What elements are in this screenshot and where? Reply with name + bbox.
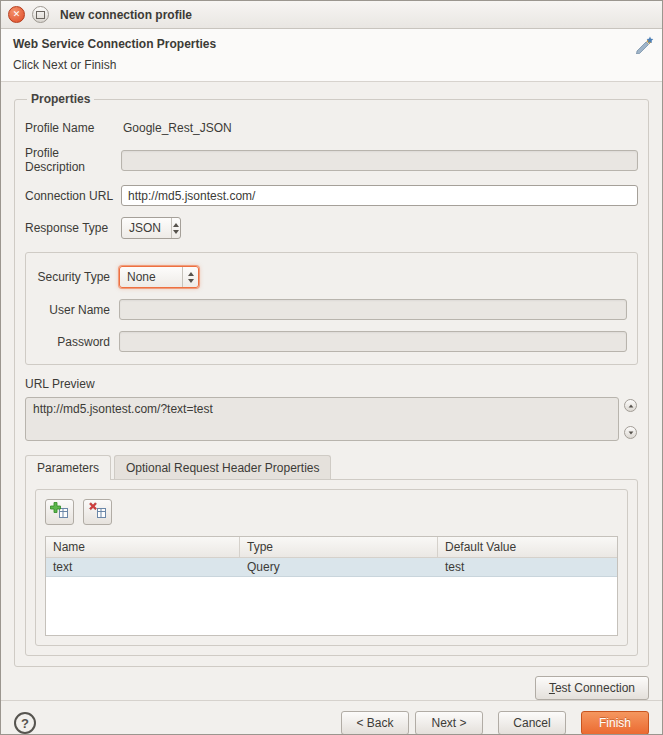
- finish-button[interactable]: Finish: [581, 711, 649, 735]
- next-button[interactable]: Next >: [415, 711, 483, 735]
- maximize-icon[interactable]: [32, 6, 49, 23]
- arrow-up-icon: [173, 223, 179, 227]
- add-parameter-button[interactable]: [45, 499, 74, 525]
- profile-name-row: Profile Name Google_Rest_JSON: [25, 121, 638, 135]
- tab-bar: Parameters Optional Request Header Prope…: [25, 455, 638, 479]
- profile-name-value: Google_Rest_JSON: [123, 121, 232, 135]
- column-header-name[interactable]: Name: [46, 537, 240, 557]
- profile-description-field: [121, 150, 638, 171]
- bottom-buttons: < Back Next > Cancel Finish: [341, 711, 649, 735]
- arrow-up-icon: [628, 404, 633, 407]
- properties-legend: Properties: [27, 92, 94, 106]
- security-type-value: None: [127, 270, 172, 284]
- back-label: < Back: [356, 716, 393, 730]
- column-header-default-value[interactable]: Default Value: [438, 537, 617, 557]
- table-header-row: Name Type Default Value: [46, 537, 617, 558]
- profile-description-row: Profile Description: [25, 146, 638, 174]
- bottom-bar: < Back Next > Cancel Finish: [1, 700, 662, 735]
- user-name-field: [119, 299, 627, 320]
- parameters-toolbar: [45, 499, 618, 525]
- column-header-type[interactable]: Type: [240, 537, 438, 557]
- url-preview-row: http://md5.jsontest.com/?text=test: [25, 397, 638, 441]
- close-icon[interactable]: [8, 6, 25, 23]
- cell-type: Query: [240, 558, 438, 576]
- security-type-label: Security Type: [36, 270, 110, 284]
- arrow-down-icon: [173, 230, 179, 234]
- url-preview-label: URL Preview: [25, 377, 638, 391]
- cell-name: text: [46, 558, 240, 576]
- back-button[interactable]: < Back: [341, 711, 409, 735]
- test-connection-label: Test Connection: [549, 681, 635, 695]
- parameters-tab-panel: Name Type Default Value text Query test: [25, 479, 638, 656]
- security-group: Security Type None User Name Password: [25, 252, 638, 365]
- page-title: Web Service Connection Properties: [13, 37, 650, 51]
- dialog-window: New connection profile Web Service Conne…: [0, 0, 663, 735]
- arrow-up-icon: [188, 272, 194, 276]
- scroll-down-button[interactable]: [624, 426, 637, 439]
- scroll-up-button[interactable]: [624, 399, 637, 412]
- cell-default-value: test: [438, 558, 617, 576]
- password-row: Password: [36, 331, 627, 352]
- test-connection-button[interactable]: Test Connection: [535, 676, 649, 700]
- help-button[interactable]: [14, 712, 36, 734]
- user-name-row: User Name: [36, 299, 627, 320]
- test-connection-row: Test Connection: [14, 667, 649, 700]
- cancel-label: Cancel: [513, 716, 550, 730]
- finish-label: Finish: [599, 716, 631, 730]
- spinner-arrows-icon[interactable]: [182, 267, 198, 287]
- dialog-content: Properties Profile Name Google_Rest_JSON…: [1, 82, 662, 700]
- connection-url-row: Connection URL: [25, 185, 638, 206]
- add-parameter-icon: [50, 502, 69, 522]
- security-type-row: Security Type None: [36, 266, 627, 288]
- spinner-arrows-icon[interactable]: [171, 218, 180, 238]
- remove-parameter-icon: [88, 502, 107, 522]
- properties-group: Properties Profile Name Google_Rest_JSON…: [14, 92, 649, 667]
- response-type-combo[interactable]: JSON: [121, 217, 181, 239]
- response-type-label: Response Type: [25, 221, 121, 235]
- wizard-header: Web Service Connection Properties Click …: [1, 29, 662, 82]
- password-field: [119, 331, 627, 352]
- arrow-down-icon: [188, 279, 194, 283]
- response-type-row: Response Type JSON: [25, 217, 638, 239]
- arrow-down-icon: [628, 431, 633, 434]
- url-preview-scrollbar: [624, 397, 638, 441]
- tab-parameters[interactable]: Parameters: [25, 455, 111, 480]
- profile-description-label: Profile Description: [25, 146, 121, 174]
- wizard-pencil-icon: [634, 36, 654, 57]
- page-subtitle: Click Next or Finish: [13, 58, 650, 72]
- table-row[interactable]: text Query test: [46, 558, 617, 577]
- user-name-label: User Name: [36, 303, 110, 317]
- password-label: Password: [36, 335, 110, 349]
- titlebar: New connection profile: [1, 1, 662, 29]
- parameters-table: Name Type Default Value text Query test: [45, 536, 618, 636]
- url-preview-box: http://md5.jsontest.com/?text=test: [25, 397, 619, 441]
- remove-parameter-button[interactable]: [83, 499, 112, 525]
- next-label: Next >: [431, 716, 466, 730]
- security-type-combo[interactable]: None: [119, 266, 199, 288]
- profile-name-label: Profile Name: [25, 121, 121, 135]
- connection-url-label: Connection URL: [25, 189, 121, 203]
- response-type-value: JSON: [129, 221, 161, 235]
- window-title: New connection profile: [60, 8, 192, 22]
- cancel-button[interactable]: Cancel: [498, 711, 566, 735]
- parameters-inner-group: Name Type Default Value text Query test: [35, 489, 628, 646]
- connection-url-field[interactable]: [121, 185, 638, 206]
- tab-optional-request-header-properties[interactable]: Optional Request Header Properties: [114, 455, 331, 479]
